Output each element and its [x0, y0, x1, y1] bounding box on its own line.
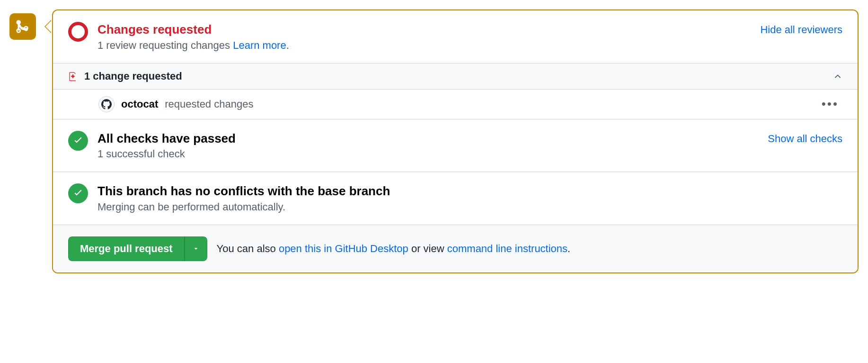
change-requested-label: 1 change requested	[84, 70, 182, 82]
octocat-icon	[101, 99, 112, 109]
merge-footer: Merge pull request You can also open thi…	[53, 225, 858, 272]
caret-down-icon	[193, 245, 199, 252]
conflicts-subtitle: Merging can be performed automatically.	[97, 201, 842, 213]
review-status-subtitle: 1 review requesting changes Learn more.	[97, 39, 842, 52]
avatar	[98, 96, 115, 112]
merge-pull-request-button[interactable]: Merge pull request	[68, 236, 185, 261]
no-conflicts-icon	[68, 183, 88, 203]
git-merge-icon	[16, 20, 29, 33]
conflicts-title: This branch has no conflicts with the ba…	[97, 183, 842, 199]
review-subtitle-text: 1 review requesting changes	[97, 39, 233, 51]
footer-period: .	[567, 243, 570, 254]
checks-subtitle: 1 successful check	[97, 148, 842, 160]
check-success-icon	[68, 131, 88, 151]
footer-mid: or view	[408, 243, 447, 254]
callout-pointer	[45, 20, 52, 33]
learn-more-link[interactable]: Learn more.	[233, 39, 289, 51]
show-checks-link[interactable]: Show all checks	[768, 133, 842, 145]
reviewer-row: octocat requested changes •••	[53, 90, 858, 119]
reviewer-action: requested changes	[165, 98, 253, 110]
reviewer-name[interactable]: octocat	[121, 98, 158, 110]
merge-footer-text: You can also open this in GitHub Desktop…	[217, 243, 571, 255]
hide-reviewers-link[interactable]: Hide all reviewers	[760, 24, 842, 36]
chevron-up-icon[interactable]	[833, 72, 842, 81]
kebab-menu-icon[interactable]: •••	[818, 97, 842, 111]
conflicts-section: This branch has no conflicts with the ba…	[53, 172, 858, 225]
timeline-badge	[9, 13, 36, 40]
diff-icon	[68, 71, 78, 82]
review-status-section: Changes requested 1 review requesting ch…	[53, 10, 858, 64]
cli-instructions-link[interactable]: command line instructions	[447, 243, 567, 254]
open-desktop-link[interactable]: open this in GitHub Desktop	[279, 243, 408, 254]
checks-title: All checks have passed	[97, 131, 842, 146]
change-requested-bar: 1 change requested	[53, 63, 858, 90]
merge-options-dropdown[interactable]	[185, 236, 207, 261]
merge-button-group: Merge pull request	[68, 236, 207, 261]
footer-prefix: You can also	[217, 243, 279, 254]
merge-status-box: Changes requested 1 review requesting ch…	[52, 9, 859, 273]
review-status-title: Changes requested	[97, 22, 842, 37]
changes-requested-icon	[68, 22, 88, 42]
checks-section: All checks have passed 1 successful chec…	[53, 119, 858, 172]
